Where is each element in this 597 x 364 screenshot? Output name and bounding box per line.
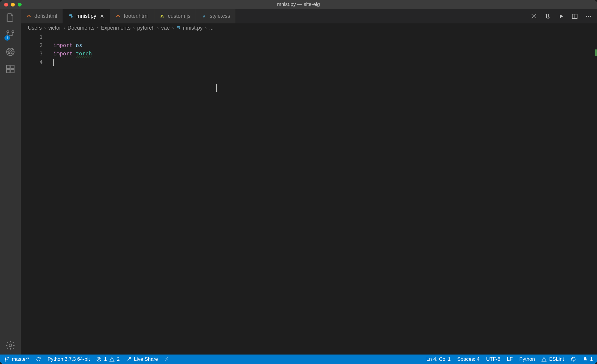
source-control-icon[interactable]: 1: [5, 30, 15, 40]
extensions-icon[interactable]: [5, 64, 15, 74]
run-icon[interactable]: [558, 13, 564, 20]
svg-point-14: [590, 16, 591, 17]
git-branch-status[interactable]: master*: [4, 356, 29, 362]
mouse-caret: [216, 84, 217, 92]
chevron-right-icon: ›: [96, 25, 99, 31]
svg-point-16: [8, 357, 9, 358]
tab-actions: [531, 9, 597, 23]
live-share-label: Live Share: [134, 356, 158, 362]
tab-defis[interactable]: <> defis.html: [21, 9, 63, 23]
js-icon: JS: [160, 14, 165, 19]
indent-status[interactable]: Spaces: 4: [457, 356, 480, 362]
more-actions-icon[interactable]: [585, 13, 592, 20]
compare-changes-icon[interactable]: [544, 13, 551, 20]
bolt-status[interactable]: ⚡︎: [165, 356, 168, 363]
titlebar: mnist.py — site-eig: [0, 0, 597, 9]
svg-rect-8: [11, 65, 14, 68]
breadcrumb-more[interactable]: ...: [209, 25, 214, 31]
tabs: <> defis.html mnist.py ✕ <> footer.html: [21, 9, 236, 23]
tabs-row: <> defis.html mnist.py ✕ <> footer.html: [21, 9, 597, 23]
notification-status[interactable]: 1: [582, 356, 593, 362]
svg-point-0: [7, 31, 9, 33]
breadcrumbs[interactable]: Users› victor› Documents› Experiments› p…: [21, 23, 597, 32]
svg-point-12: [586, 16, 587, 17]
python-version: Python 3.7.3 64-bit: [48, 356, 90, 362]
traffic-lights: [0, 3, 22, 7]
svg-point-9: [9, 344, 12, 347]
line-number: 1: [21, 33, 53, 41]
code-content[interactable]: import os import torch: [53, 32, 597, 355]
sync-status[interactable]: [36, 357, 41, 362]
warning-count: 2: [117, 356, 120, 362]
minimize-window-button[interactable]: [11, 3, 15, 7]
python-interpreter-status[interactable]: Python 3.7.3 64-bit: [48, 356, 90, 362]
breadcrumb-item[interactable]: pytorch: [137, 25, 155, 31]
html-icon: <>: [115, 14, 121, 19]
css-icon: #: [201, 14, 207, 19]
svg-point-15: [5, 357, 6, 358]
svg-point-13: [588, 16, 589, 17]
app-window: mnist.py — site-eig 1: [0, 0, 597, 364]
status-bar: master* Python 3.7.3 64-bit 1 2 Live Sha…: [0, 355, 597, 364]
tab-stylecss[interactable]: # style.css: [196, 9, 236, 23]
svg-point-20: [572, 359, 573, 359]
text-cursor: [53, 59, 54, 66]
scm-badge: 1: [4, 35, 10, 41]
body-area: 1 <> defi: [0, 9, 597, 355]
branch-name: master*: [12, 356, 29, 362]
tab-label: footer.html: [124, 13, 149, 19]
breadcrumb-file[interactable]: mnist.py: [176, 25, 203, 31]
error-count: 1: [104, 356, 107, 362]
explorer-icon[interactable]: [5, 12, 15, 23]
svg-point-19: [571, 357, 575, 361]
chevron-right-icon: ›: [132, 25, 135, 31]
editor-column: <> defis.html mnist.py ✕ <> footer.html: [21, 9, 597, 355]
cursor-position-status[interactable]: Ln 4, Col 1: [426, 356, 451, 362]
breadcrumb-item[interactable]: victor: [48, 25, 61, 31]
encoding-status[interactable]: UTF-8: [486, 356, 500, 362]
line-gutter: 1 2 3 4: [21, 32, 53, 355]
breadcrumb-item[interactable]: Users: [28, 25, 42, 31]
language-mode-status[interactable]: Python: [519, 356, 535, 362]
line-number: 3: [21, 49, 53, 58]
window-title: mnist.py — site-eig: [277, 1, 320, 7]
editor[interactable]: 1 2 3 4 import os import torch: [21, 32, 597, 355]
tab-footer[interactable]: <> footer.html: [110, 9, 154, 23]
chevron-right-icon: ›: [171, 25, 174, 31]
tab-label: defis.html: [34, 13, 57, 19]
close-window-button[interactable]: [4, 3, 8, 7]
tab-customjs[interactable]: JS custom.js: [154, 9, 196, 23]
svg-point-10: [70, 15, 70, 15]
tab-label: style.css: [210, 13, 230, 19]
live-share-status[interactable]: Live Share: [126, 356, 158, 362]
settings-gear-icon[interactable]: [5, 340, 15, 350]
line-number: 2: [21, 41, 53, 49]
svg-point-17: [5, 360, 6, 361]
svg-rect-7: [11, 69, 14, 73]
eslint-status[interactable]: ESLint: [541, 356, 564, 362]
chevron-right-icon: ›: [44, 25, 46, 31]
svg-rect-5: [7, 65, 10, 68]
problems-status[interactable]: 1 2: [96, 356, 120, 362]
chevron-right-icon: ›: [204, 25, 207, 31]
diff-icon[interactable]: [531, 13, 537, 20]
chevron-right-icon: ›: [63, 25, 66, 31]
line-number: 4: [21, 58, 53, 66]
debug-icon[interactable]: [5, 47, 15, 57]
tab-mnist[interactable]: mnist.py ✕: [63, 9, 110, 23]
split-editor-icon[interactable]: [572, 13, 578, 20]
html-icon: <>: [26, 14, 31, 19]
svg-rect-6: [7, 69, 10, 73]
tab-label: mnist.py: [76, 13, 96, 19]
svg-point-1: [12, 31, 14, 33]
code-line: [53, 33, 597, 41]
code-line: import os: [53, 41, 597, 49]
maximize-window-button[interactable]: [18, 3, 22, 7]
breadcrumb-item[interactable]: Documents: [68, 25, 94, 31]
python-icon: [68, 14, 73, 19]
close-tab-icon[interactable]: ✕: [99, 13, 105, 20]
eol-status[interactable]: LF: [507, 356, 513, 362]
feedback-status[interactable]: [571, 357, 576, 362]
breadcrumb-item[interactable]: Experiments: [101, 25, 131, 31]
breadcrumb-item[interactable]: vae: [161, 25, 170, 31]
